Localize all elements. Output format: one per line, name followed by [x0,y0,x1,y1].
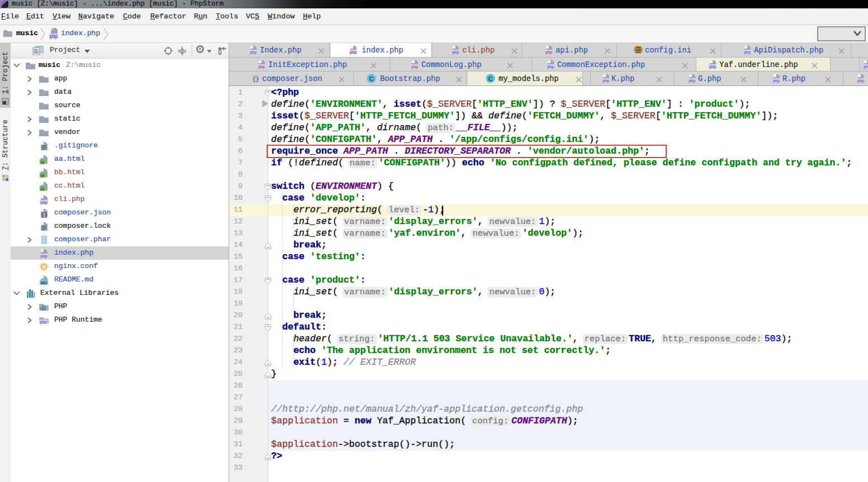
svg-text:{}: {} [252,77,259,83]
svg-text:php: php [603,79,609,83]
svg-text:php: php [857,79,864,83]
svg-text:H: H [41,160,44,165]
svg-text:php: php [41,254,48,259]
svg-text:H: H [41,187,44,192]
svg-text:php: php [411,65,418,69]
svg-text:MD: MD [41,281,47,285]
svg-text:php: php [744,50,751,55]
svg-text:{}: {} [41,212,48,218]
svg-text:php: php [41,201,48,205]
svg-text:php: php [547,65,554,69]
svg-text:php: php [452,50,459,55]
svg-text:php: php [258,65,265,69]
svg-text:php: php [546,50,552,55]
svg-text:php: php [250,50,257,55]
svg-text:C: C [488,75,493,82]
svg-text:php: php [864,65,868,69]
svg-text:php: php [773,79,780,83]
svg-text:php: php [689,79,695,83]
svg-text:C: C [369,75,374,82]
svg-text:H: H [41,173,44,178]
svg-text:php: php [40,320,47,324]
svg-text:php: php [350,50,357,55]
svg-text:php: php [50,34,58,39]
svg-text:php: php [709,65,716,69]
